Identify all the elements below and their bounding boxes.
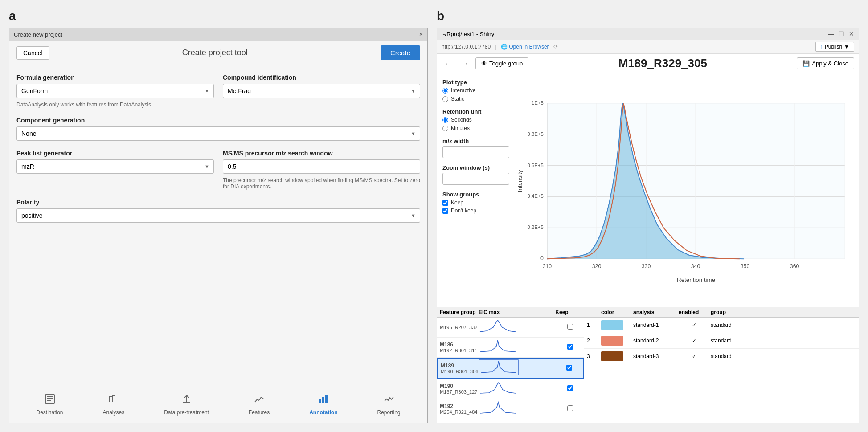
plot-type-interactive[interactable]: Interactive — [442, 87, 509, 94]
row-keep-check[interactable] — [559, 323, 581, 331]
show-groups-dontkeep[interactable]: Don't keep — [442, 208, 509, 214]
row-group-label: M189 M190_R301_306 — [441, 363, 479, 374]
dialog-close-button[interactable]: × — [419, 31, 423, 38]
window-close-button[interactable]: ✕ — [849, 30, 854, 37]
show-groups-dontkeep-checkbox[interactable] — [442, 208, 448, 214]
mz-width-input[interactable]: 0.005 — [442, 146, 509, 158]
row-analysis: standard-3 — [633, 353, 678, 359]
show-groups-keep-label: Keep — [451, 200, 463, 206]
tab-annotation[interactable]: Annotation — [305, 391, 342, 417]
component-select-wrapper: None RAMClustR — [16, 126, 420, 141]
zoom-window-input[interactable]: 20 — [442, 173, 509, 185]
keep-checkbox[interactable] — [566, 365, 572, 371]
form-row-3: Peak list generator mzR OpenMS DataAnaly… — [16, 150, 420, 190]
tab-data-pretreatment[interactable]: Data pre-treatment — [160, 391, 213, 417]
panel-a: a Create new project × Cancel Create pro… — [9, 9, 428, 423]
col-keep: Keep — [551, 309, 573, 315]
toggle-group-button[interactable]: 👁 Toggle group — [475, 57, 528, 69]
table-row[interactable]: M186 M192_R301_311 — [437, 338, 584, 358]
chromatogram-chart: 0 0.2E+5 0.4E+5 0.6E+5 0.8E+5 1E+5 310 3… — [515, 73, 859, 307]
row-keep-check[interactable] — [559, 343, 581, 351]
polarity-group: Polarity positive negative — [16, 199, 420, 223]
table-row[interactable]: M195_R207_332 — [437, 318, 584, 338]
row-keep-check[interactable] — [559, 405, 581, 413]
row-keep-check[interactable] — [559, 385, 581, 393]
plot-type-static-radio[interactable] — [442, 96, 448, 102]
tab-destination[interactable]: Destination — [32, 391, 67, 417]
msms-group: MS/MS precursor m/z search window The pr… — [223, 150, 420, 190]
table-row[interactable]: M189 M190_R301_306 — [437, 358, 584, 379]
component-group: Component generation None RAMClustR — [16, 117, 420, 141]
tab-analyses[interactable]: Analyses — [98, 391, 129, 417]
svg-text:0: 0 — [540, 255, 544, 261]
compound-select[interactable]: MetFrag SIRIUS — [223, 84, 420, 98]
analysis-table-body: 1 standard-1 ✓ standard 2 standard-2 ✓ s… — [584, 318, 859, 364]
retention-seconds-radio[interactable] — [442, 117, 448, 123]
zoom-window-section: Zoom window (s) 20 — [442, 164, 509, 185]
analysis-row[interactable]: 3 standard-3 ✓ standard — [584, 349, 859, 364]
show-groups-label: Show groups — [442, 191, 509, 198]
retention-minutes-radio[interactable] — [442, 126, 448, 131]
svg-text:350: 350 — [741, 263, 750, 269]
plot-type-interactive-label: Interactive — [451, 87, 475, 94]
table-row[interactable]: M190 M137_R303_127 — [437, 379, 584, 399]
row-eic-thumb — [479, 359, 558, 377]
msms-input[interactable] — [223, 159, 420, 174]
keep-checkbox[interactable] — [567, 344, 573, 350]
plot-type-static[interactable]: Static — [442, 96, 509, 102]
table-row[interactable]: M192 M254_R321_484 — [437, 399, 584, 419]
row-group-label: M190 M137_R303_127 — [440, 383, 478, 395]
svg-text:340: 340 — [691, 263, 700, 269]
svg-rect-1 — [47, 396, 53, 397]
maximize-button[interactable]: ☐ — [839, 30, 844, 37]
retention-minutes[interactable]: Minutes — [442, 125, 509, 131]
svg-rect-6 — [322, 397, 324, 403]
publish-button[interactable]: ↑ Publish ▼ — [815, 42, 854, 52]
keep-checkbox[interactable] — [567, 385, 573, 391]
dialog-titlebar-text: Create new project — [14, 31, 62, 38]
minimize-button[interactable]: — — [828, 30, 834, 37]
form-row-1: Formula generation GenForm DataAnalysis … — [16, 74, 420, 108]
retention-seconds[interactable]: Seconds — [442, 117, 509, 123]
formula-select-wrapper: GenForm DataAnalysis — [16, 84, 214, 98]
tab-features[interactable]: Features — [244, 391, 274, 417]
row-eic-thumb — [478, 400, 559, 418]
browser-window: ~/Rproj/test1 - Shiny — ☐ ✕ http://127.0… — [437, 28, 859, 423]
row-num: 1 — [587, 322, 600, 328]
tab-analyses-label: Analyses — [103, 409, 125, 416]
analysis-row[interactable]: 2 standard-2 ✓ standard — [584, 333, 859, 349]
forward-button[interactable]: → — [459, 59, 471, 69]
browser-title-text: ~/Rproj/test1 - Shiny — [442, 31, 494, 37]
compound-group: Compound identification MetFrag SIRIUS — [223, 74, 420, 108]
analysis-row[interactable]: 1 standard-1 ✓ standard — [584, 318, 859, 333]
create-button[interactable]: Create — [381, 45, 420, 60]
show-groups-keep[interactable]: Keep — [442, 200, 509, 206]
publish-icon: ↑ — [820, 44, 823, 50]
row-num: 2 — [587, 338, 600, 344]
open-in-browser-button[interactable]: 🌐 Open in Browser — [501, 44, 549, 50]
svg-text:0.4E+5: 0.4E+5 — [528, 193, 544, 199]
create-project-dialog: Create new project × Cancel Create proje… — [9, 28, 428, 423]
feature-table-header: Feature group EIC max Keep — [437, 307, 584, 318]
plot-type-interactive-radio[interactable] — [442, 88, 448, 94]
keep-checkbox[interactable] — [567, 324, 573, 330]
apply-close-button[interactable]: 💾 Apply & Close — [797, 57, 854, 69]
peak-list-select[interactable]: mzR OpenMS DataAnalysis — [16, 159, 214, 174]
compound-select-wrapper: MetFrag SIRIUS — [223, 84, 420, 98]
keep-checkbox[interactable] — [567, 405, 573, 411]
formula-select[interactable]: GenForm DataAnalysis — [16, 84, 214, 98]
svg-text:330: 330 — [642, 263, 651, 269]
tab-reporting[interactable]: Reporting — [373, 391, 405, 417]
row-group-label: M192 M254_R321_484 — [440, 403, 478, 415]
back-button[interactable]: ← — [442, 59, 454, 69]
component-select[interactable]: None RAMClustR — [16, 126, 420, 141]
compound-title: M189_R329_305 — [533, 57, 792, 70]
show-groups-keep-checkbox[interactable] — [442, 200, 448, 206]
formula-hint: DataAnalysis only works with features fr… — [16, 102, 214, 108]
browser-addressbar: http://127.0.0.1:7780 | 🌐 Open in Browse… — [437, 40, 859, 54]
polarity-select[interactable]: positive negative — [16, 208, 420, 223]
formula-group: Formula generation GenForm DataAnalysis … — [16, 74, 214, 108]
cancel-button[interactable]: Cancel — [16, 46, 49, 60]
row-keep-check[interactable] — [558, 364, 580, 372]
color-swatch — [601, 336, 623, 346]
